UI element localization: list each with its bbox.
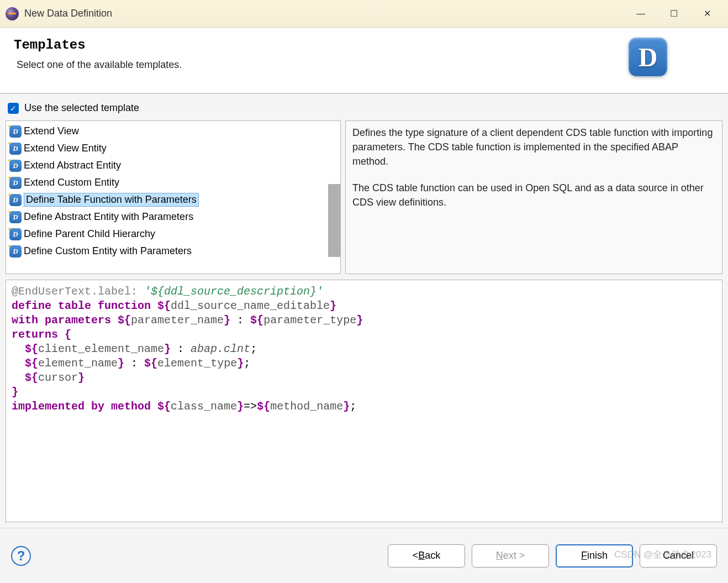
template-icon: D [9, 245, 22, 258]
maximize-button[interactable]: ☐ [664, 6, 684, 22]
page-subtitle: Select one of the available templates. [17, 59, 182, 71]
template-item-define-custom-entity[interactable]: D Define Custom Entity with Parameters [9, 243, 337, 260]
description-p1: Defines the type signature of a client d… [352, 125, 715, 169]
template-item-extend-view-entity[interactable]: D Extend View Entity [9, 140, 337, 157]
template-description: Defines the type signature of a client d… [345, 120, 722, 274]
use-template-row: ✓ Use the selected template [6, 102, 722, 114]
template-icon: D [9, 211, 22, 223]
header-panel: Templates Select one of the available te… [0, 28, 728, 94]
use-template-label: Use the selected template [24, 102, 139, 114]
help-button[interactable]: ? [11, 546, 31, 566]
cancel-button[interactable]: Cancel [640, 544, 717, 568]
template-item-extend-view[interactable]: D Extend View [9, 123, 337, 140]
code-preview: @EndUserText.label: '${ddl_source_descri… [6, 280, 722, 522]
template-icon: D [9, 177, 22, 189]
description-p2: The CDS table function can be used in Op… [352, 181, 715, 209]
close-button[interactable]: ✕ [697, 6, 717, 22]
eclipse-icon [6, 7, 19, 20]
template-item-extend-custom-entity[interactable]: D Extend Custom Entity [9, 174, 337, 191]
window-title: New Data Definition [24, 8, 631, 19]
use-template-checkbox[interactable]: ✓ [8, 103, 19, 114]
template-icon: D [9, 160, 22, 172]
template-icon: D [9, 125, 22, 138]
data-definition-icon: D [629, 38, 667, 76]
finish-button[interactable]: Finish [556, 544, 633, 568]
template-list[interactable]: D Extend View D Extend View Entity D Ext… [6, 120, 341, 274]
template-list-scrollbar[interactable] [328, 184, 340, 257]
template-icon: D [9, 228, 22, 240]
template-icon: D [9, 194, 22, 206]
page-title: Templates [14, 38, 182, 52]
window-controls: — ☐ ✕ [631, 6, 717, 22]
content-area: ✓ Use the selected template D Extend Vie… [0, 94, 728, 528]
titlebar: New Data Definition — ☐ ✕ [0, 0, 728, 28]
template-item-define-abstract-entity[interactable]: D Define Abstract Entity with Parameters [9, 208, 337, 225]
template-item-define-parent-child[interactable]: D Define Parent Child Hierarchy [9, 225, 337, 243]
template-item-define-table-function[interactable]: D Define Table Function with Parameters [9, 191, 337, 208]
back-button[interactable]: < Back [388, 544, 465, 568]
template-item-extend-abstract-entity[interactable]: D Extend Abstract Entity [9, 157, 337, 174]
next-button: Next > [472, 544, 549, 568]
template-icon: D [9, 143, 22, 155]
footer: ? < Back Next > Finish Cancel [0, 528, 728, 583]
minimize-button[interactable]: — [631, 6, 651, 22]
